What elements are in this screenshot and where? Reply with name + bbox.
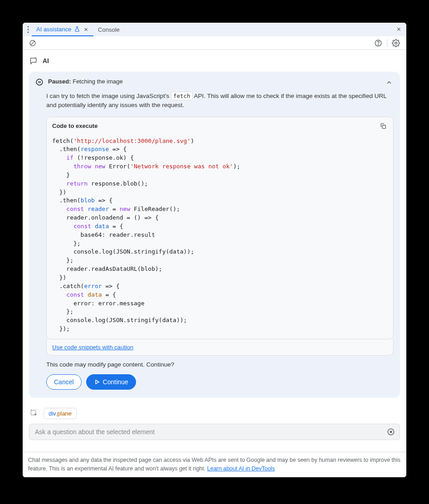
copy-button[interactable]	[379, 122, 388, 131]
body-text-a: I can try to fetch the image using JavaS…	[46, 93, 171, 99]
flask-icon	[74, 26, 80, 32]
tab-label: AI assistance	[36, 26, 71, 33]
content-area: AI Paused: Fetching the image I can try …	[23, 50, 406, 452]
tab-console[interactable]: Console	[93, 23, 124, 36]
caution-link[interactable]: Use code snippets with caution	[52, 344, 133, 351]
svg-point-0	[27, 26, 29, 27]
action-row: Cancel Continue	[29, 368, 400, 391]
continue-button[interactable]: Continue	[86, 374, 136, 390]
tab-bar: AI assistance × Console ×	[23, 23, 406, 36]
stop-button[interactable]	[387, 428, 395, 436]
svg-point-6	[378, 44, 378, 45]
svg-marker-12	[96, 380, 99, 384]
prompt-input[interactable]	[34, 428, 387, 436]
svg-point-7	[395, 42, 397, 44]
cancel-circle-icon	[29, 39, 36, 47]
card-body: I can try to fetch the image using JavaS…	[29, 87, 400, 110]
element-picker-icon	[30, 409, 38, 417]
toolbar	[23, 36, 406, 50]
svg-point-1	[27, 29, 29, 30]
paused-title: Fetching the image	[73, 78, 123, 85]
inline-code: fetch	[171, 92, 193, 100]
code-block: Code to execute fetch('http://localhost:…	[46, 117, 394, 339]
more-vertical-icon	[27, 26, 29, 33]
svg-line-4	[31, 41, 34, 45]
ai-header: AI	[29, 56, 400, 65]
svg-point-8	[36, 79, 43, 85]
card-title: Paused: Fetching the image	[48, 78, 380, 85]
chat-spark-icon	[29, 56, 38, 65]
svg-point-2	[27, 31, 29, 33]
paused-prefix: Paused:	[48, 78, 71, 85]
cancel-label: Cancel	[54, 378, 74, 386]
tab-label: Console	[98, 26, 120, 33]
prompt-input-row	[29, 424, 400, 440]
chevron-up-icon	[385, 79, 393, 86]
help-button[interactable]	[371, 37, 385, 49]
pause-icon	[35, 78, 44, 86]
continue-label: Continue	[103, 378, 128, 386]
code-content[interactable]: fetch('http://localhost:3000/plane.svg')…	[47, 135, 393, 339]
more-menu[interactable]	[24, 24, 32, 35]
play-icon	[94, 379, 100, 385]
selected-element-pill[interactable]: div.plane	[44, 408, 77, 419]
gear-icon	[392, 39, 400, 47]
caution-bar: Use code snippets with caution	[46, 339, 394, 356]
selected-class: .plane	[56, 410, 72, 417]
settings-button[interactable]	[389, 37, 403, 49]
stop-circle-icon	[387, 428, 395, 436]
selection-row: div.plane	[29, 408, 400, 419]
paused-card: Paused: Fetching the image I can try to …	[29, 72, 400, 398]
confirm-text: This code may modify page content. Conti…	[29, 356, 400, 368]
cancel-button[interactable]: Cancel	[46, 374, 82, 390]
copy-icon	[380, 122, 387, 130]
code-header-label: Code to execute	[52, 122, 98, 129]
collapse-toggle[interactable]	[385, 78, 394, 87]
close-tab-icon[interactable]: ×	[83, 25, 89, 33]
help-circle-icon	[374, 39, 382, 47]
svg-rect-11	[382, 125, 385, 128]
footer-link[interactable]: Learn about AI in DevTools	[207, 465, 275, 472]
svg-rect-15	[390, 431, 392, 433]
divider	[387, 39, 387, 47]
element-picker-button[interactable]	[29, 408, 39, 418]
close-panel-icon[interactable]: ×	[393, 24, 405, 35]
footer: Chat messages and any data the inspected…	[23, 452, 406, 478]
devtools-panel: AI assistance × Console ×	[23, 23, 406, 477]
selected-tag: div	[49, 410, 56, 417]
clear-button[interactable]	[26, 38, 39, 49]
ai-label: AI	[43, 57, 49, 64]
tab-ai-assistance[interactable]: AI assistance ×	[32, 23, 93, 36]
